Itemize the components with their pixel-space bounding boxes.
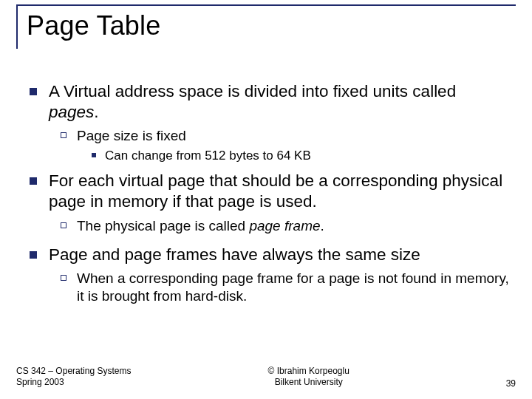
term-label: Spring 2003	[16, 377, 131, 389]
slide: Page Table A Virtual address space is di…	[0, 0, 532, 399]
hollow-square-icon	[61, 132, 66, 138]
text-run: A Virtual address space is divided into …	[49, 82, 456, 100]
footer-left: CS 342 – Operating Systems Spring 2003	[16, 366, 131, 389]
affiliation-label: Bilkent University	[131, 377, 486, 389]
bullet-text: For each virtual page that should be a c…	[49, 171, 510, 212]
slide-title: Page Table	[27, 10, 516, 41]
course-label: CS 342 – Operating Systems	[16, 366, 131, 378]
square-bullet-icon	[30, 251, 37, 259]
copyright-label: © Ibrahim Korpeoglu	[131, 366, 486, 378]
bullet-level2: The physical page is called page frame.	[61, 217, 510, 235]
bullet-level1: A Virtual address space is divided into …	[30, 81, 510, 123]
bullet-text: Page and page frames have always the sam…	[49, 245, 420, 265]
square-bullet-icon	[30, 88, 37, 95]
text-run: .	[94, 103, 98, 121]
text-run: The physical page is called	[77, 218, 249, 233]
bullet-level3: Can change from 512 bytes to 64 KB	[92, 148, 510, 163]
bullet-text: Page size is fixed	[77, 127, 186, 145]
text-italic: page frame	[249, 218, 320, 233]
bullet-text: When a corresponding page frame for a pa…	[77, 270, 510, 305]
slide-footer: CS 342 – Operating Systems Spring 2003 ©…	[16, 366, 516, 389]
bullet-level2: When a corresponding page frame for a pa…	[61, 270, 510, 305]
spacer	[30, 237, 510, 245]
bullet-level1: For each virtual page that should be a c…	[30, 171, 510, 212]
slide-body: A Virtual address space is divided into …	[30, 81, 510, 308]
bullet-level1: Page and page frames have always the sam…	[30, 245, 510, 265]
slide-number: 39	[486, 378, 516, 389]
title-rule: Page Table	[16, 4, 516, 49]
footer-center: © Ibrahim Korpeoglu Bilkent University	[131, 366, 486, 389]
hollow-square-icon	[61, 222, 66, 228]
small-square-icon	[92, 153, 96, 157]
bullet-text: The physical page is called page frame.	[77, 217, 324, 235]
hollow-square-icon	[61, 275, 66, 281]
bullet-text: A Virtual address space is divided into …	[49, 81, 510, 123]
bullet-level2: Page size is fixed	[61, 127, 510, 145]
bullet-text: Can change from 512 bytes to 64 KB	[105, 148, 311, 163]
title-container: Page Table	[16, 6, 516, 49]
square-bullet-icon	[30, 177, 37, 185]
text-italic: pages	[49, 103, 94, 121]
text-run: .	[321, 218, 324, 233]
